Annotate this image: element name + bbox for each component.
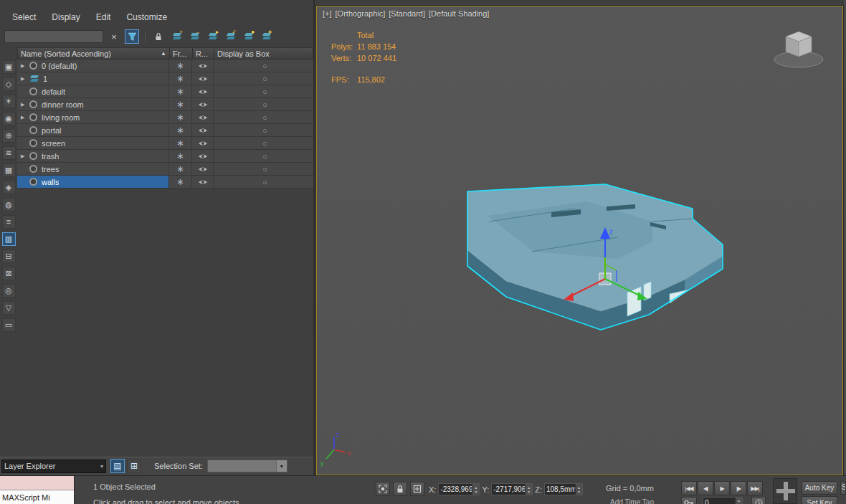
display-as-box-toggle[interactable]: ○ <box>214 60 313 72</box>
layer-row[interactable]: ▶ portal ∗ ○ <box>17 124 313 137</box>
next-frame-button[interactable]: |▶ <box>731 481 746 495</box>
absolute-mode-toggle[interactable] <box>410 482 424 496</box>
sync-selection-icon[interactable]: ◎ <box>2 284 16 298</box>
macro-recorder-field[interactable] <box>0 476 74 490</box>
layer-row[interactable]: ▶ living room ∗ ○ <box>17 111 313 124</box>
display-cameras-icon[interactable]: ◉ <box>2 112 16 125</box>
display-as-box-toggle[interactable]: ○ <box>214 150 313 162</box>
hierarchy-view-icon[interactable]: ⊞ <box>127 459 141 473</box>
create-new-layer-icon[interactable]: + <box>169 29 184 44</box>
display-as-box-toggle[interactable]: ○ <box>214 163 313 175</box>
hide-toggle[interactable] <box>192 60 214 72</box>
display-containers-icon[interactable]: ▥ <box>2 232 16 246</box>
display-xrefs-icon[interactable]: ◈ <box>2 181 16 194</box>
view-cube[interactable] <box>774 32 823 67</box>
layer-name-cell[interactable]: ▶ trash <box>17 150 169 162</box>
hide-toggle[interactable] <box>192 111 214 123</box>
spinner-arrows[interactable]: ▲▼ <box>575 484 582 495</box>
explorer-mode-select[interactable]: Layer Explorer ▾ <box>1 460 106 473</box>
hide-toggle[interactable] <box>192 150 214 162</box>
viewport-pov-menu[interactable]: [Orthographic] <box>336 9 386 18</box>
viewport-general-menu[interactable]: [+] <box>323 9 332 18</box>
spinner-arrows[interactable]: ▲▼ <box>525 484 532 495</box>
column-header-frozen[interactable]: Fr... <box>170 48 193 59</box>
filter-selected-icon[interactable] <box>125 29 139 44</box>
play-button[interactable]: ▶ <box>714 481 730 495</box>
viewport[interactable]: [+][Orthographic][Standard][Default Shad… <box>316 6 843 475</box>
viewport-render-preset-menu[interactable]: [Standard] <box>389 9 425 18</box>
go-to-end-button[interactable]: ▶▶| <box>747 481 763 495</box>
time-configuration-button[interactable] <box>751 497 766 504</box>
display-hidden-icon[interactable]: ⊠ <box>2 267 16 280</box>
menu-select[interactable]: Select <box>4 11 44 24</box>
previous-frame-button[interactable]: ◀| <box>698 481 713 495</box>
layer-name-cell[interactable]: ▶ 1 <box>17 72 169 85</box>
freeze-toggle[interactable]: ∗ <box>169 85 192 98</box>
display-as-box-toggle[interactable]: ○ <box>214 124 313 136</box>
display-as-box-toggle[interactable]: ○ <box>214 176 313 188</box>
layer-name-cell[interactable]: ▶ 0 (default) <box>17 60 169 72</box>
clear-search-icon[interactable]: × <box>107 29 121 44</box>
filter-list-icon[interactable]: ▽ <box>2 301 16 315</box>
display-helpers-icon[interactable]: ⊕ <box>2 129 16 143</box>
freeze-toggle[interactable]: ∗ <box>169 137 192 149</box>
hide-toggle[interactable] <box>192 85 214 98</box>
display-bones-icon[interactable]: ≡ <box>2 215 16 229</box>
layer-name-cell[interactable]: ▶ default <box>17 85 169 98</box>
menu-display[interactable]: Display <box>44 11 87 24</box>
hide-toggle[interactable] <box>192 124 214 136</box>
isolate-selection-toggle[interactable] <box>376 482 390 496</box>
expand-arrow-icon[interactable]: ▶ <box>21 115 27 120</box>
pick-folder-icon[interactable]: ▭ <box>2 318 16 332</box>
auto-key-button[interactable]: Auto Key <box>802 481 837 495</box>
display-as-box-toggle[interactable]: ○ <box>214 137 313 149</box>
freeze-toggle[interactable]: ∗ <box>169 124 192 136</box>
layer-row[interactable]: ▶ dinner room ∗ ○ <box>17 98 313 111</box>
hide-toggle[interactable] <box>192 176 214 188</box>
hide-freeze-layer-icon[interactable]: ● <box>241 29 255 44</box>
expand-arrow-icon[interactable]: ▶ <box>21 153 27 159</box>
display-space-warps-icon[interactable]: ≋ <box>2 146 16 160</box>
column-header-display-as-box[interactable]: Display as Box <box>214 48 313 59</box>
select-objects-in-layer-icon[interactable]: ▸ <box>205 29 219 44</box>
current-frame-input[interactable]: 0 ▲▼ <box>703 497 743 504</box>
expand-arrow-icon[interactable]: ▶ <box>21 76 27 82</box>
layer-name-cell[interactable]: ▶ walls <box>17 176 169 188</box>
layer-name-cell[interactable]: ▶ dinner room <box>17 98 169 110</box>
layer-row[interactable]: ▶ 1 ∗ ○ <box>17 72 313 85</box>
display-geometry-icon[interactable]: ▣ <box>2 60 16 74</box>
layer-row[interactable]: ▶ 0 (default) ∗ ○ <box>17 60 313 72</box>
hide-toggle[interactable] <box>192 163 214 175</box>
hide-toggle[interactable] <box>192 98 214 110</box>
layer-row[interactable]: ▶ default ∗ ○ <box>17 85 313 98</box>
layer-row[interactable]: ▶ walls ∗ ○ <box>17 176 313 189</box>
display-as-box-toggle[interactable]: ○ <box>214 111 313 123</box>
layer-name-cell[interactable]: ▶ portal <box>17 124 169 136</box>
y-coordinate-input[interactable]: -2717,906mm ▲▼ <box>491 483 533 495</box>
set-key-button[interactable]: Set Key <box>802 496 837 504</box>
menu-edit[interactable]: Edit <box>88 11 119 24</box>
x-coordinate-input[interactable]: -2328,969mm ▲▼ <box>438 483 480 495</box>
display-frozen-icon[interactable]: ⊟ <box>2 249 16 263</box>
navigation-cross-button[interactable] <box>773 478 797 504</box>
expand-arrow-icon[interactable]: ▶ <box>21 63 27 69</box>
maxscript-listener-field[interactable]: MAXScript Mi <box>0 490 74 504</box>
selection-lock-toggle[interactable] <box>393 482 407 496</box>
display-as-box-toggle[interactable]: ○ <box>214 85 313 98</box>
display-materials-icon[interactable]: ◍ <box>2 198 16 211</box>
add-time-tag-button[interactable]: Add Time Tag <box>606 498 658 504</box>
layer-explorer-view-icon[interactable]: ▤ <box>110 459 125 473</box>
walls-object[interactable] <box>467 184 723 330</box>
layer-name-cell[interactable]: ▶ screen <box>17 137 169 149</box>
hide-toggle[interactable] <box>192 72 214 85</box>
freeze-toggle[interactable]: ∗ <box>169 98 192 110</box>
display-as-box-toggle[interactable]: ○ <box>214 72 313 85</box>
freeze-toggle[interactable]: ∗ <box>169 150 192 162</box>
layer-name-cell[interactable]: ▶ living room <box>17 111 169 123</box>
display-as-box-toggle[interactable]: ○ <box>214 98 313 110</box>
freeze-toggle[interactable]: ∗ <box>169 163 192 175</box>
set-current-layer-icon[interactable]: ✓ <box>223 29 237 44</box>
column-header-name[interactable]: Name (Sorted Ascending) ▲ <box>18 48 170 59</box>
lock-cell-editing-icon[interactable] <box>151 29 166 44</box>
layer-row[interactable]: ▶ trash ∗ ○ <box>17 150 313 163</box>
